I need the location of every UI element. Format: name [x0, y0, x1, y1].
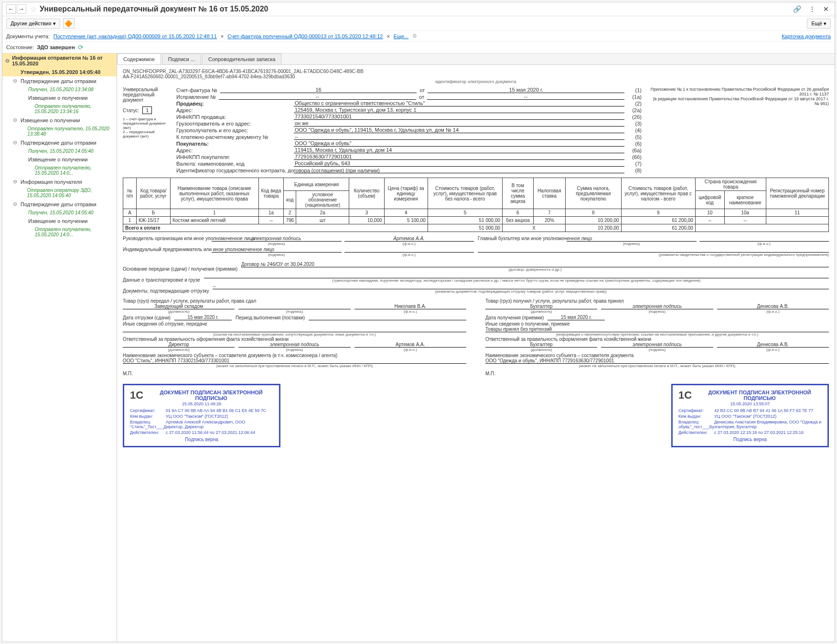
tree-item[interactable]: Извещение о получении	[2, 217, 117, 225]
tree-item[interactable]: Отправлен получателю, 15.05.2020 13:38:4…	[2, 125, 117, 138]
tree-item[interactable]: Отправлен получателю, 15.05.2020 13:34:1…	[2, 102, 117, 116]
doc-id-label: идентификатор электронного документа	[123, 79, 829, 84]
doc-id-line-2: AA-F241A5260682-00001_20200515_83bb9ef7-…	[123, 74, 829, 79]
tab-note[interactable]: Сопроводительная записка	[202, 53, 281, 64]
tree-item[interactable]: ⊖Информация получателя	[2, 177, 117, 186]
tree-item[interactable]: Извещение о получении	[2, 155, 117, 164]
tree-item[interactable]: ⊖Информация отправителя № 16 от 15.05.20…	[2, 53, 117, 68]
tree-item[interactable]: ⊖Подтверждение даты отправки	[2, 200, 117, 209]
status-box: 1	[142, 106, 152, 114]
window-title: Универсальный передаточный документ № 16…	[40, 5, 791, 13]
other-actions-button[interactable]: Другие действия ▾	[6, 19, 60, 29]
more-button[interactable]: Ещё ▾	[807, 19, 831, 29]
documents-label: Документы учета:	[6, 33, 50, 39]
main-table: № п/п Код товара/ работ, услуг Наименова…	[123, 178, 829, 232]
favorite-star-icon[interactable]: ☆	[30, 5, 37, 14]
1c-logo-icon: 1C	[678, 389, 692, 401]
nav-forward-button[interactable]: →	[17, 4, 26, 14]
gear-icon[interactable]: ⚙	[412, 33, 417, 39]
tab-signatures[interactable]: Подписи ...	[162, 53, 201, 64]
menu-dots-icon[interactable]: ⋮	[807, 4, 817, 14]
tree-item[interactable]: Получен, 15.05.2020 14:05:40	[2, 147, 117, 155]
close-icon[interactable]: ✕	[821, 4, 831, 14]
1c-logo-icon: 1C	[130, 389, 143, 401]
table-totals-row: Всего к оплате 51 000,00 X 10 200,00 61 …	[123, 224, 829, 232]
refresh-icon[interactable]: ⟳	[78, 43, 84, 51]
link-icon[interactable]: 🔗	[791, 4, 803, 14]
tree-item[interactable]: Отправлен получателю, 15.05.2020 14:0...	[2, 225, 117, 239]
header-left: Универсальный передаточный документ Стат…	[123, 87, 171, 174]
header-fields: Счет-фактура № 16 от 15 мая 2020 г. (1) …	[176, 87, 642, 174]
signature-stamp-right: 1C ДОКУМЕНТ ПОДПИСАН ЭЛЕКТРОННОЙ ПОДПИСЬ…	[671, 384, 829, 447]
tree-item[interactable]: ⊖Извещение о получении	[2, 116, 117, 125]
table-row: 1 КЖ-15/17 Костюм женский летний -- 796 …	[123, 217, 829, 224]
titlebar: ← → ☆ Универсальный передаточный докумен…	[2, 2, 835, 16]
tree-item[interactable]: ⊖Подтверждение даты отправки	[2, 76, 117, 85]
tree-item[interactable]: Получен, 15.05.2020 13:34:08	[2, 85, 117, 94]
tree-item[interactable]: Отправлен получателю, 15.05.2020 14:0...	[2, 164, 117, 177]
content-tabs: Содержимое Подписи ... Сопроводительная …	[117, 53, 835, 65]
nav-back-button[interactable]: ←	[6, 4, 16, 14]
toolbar: Другие действия ▾ 🔶 Ещё ▾	[2, 16, 835, 31]
doc-link-more[interactable]: Еще...	[394, 33, 409, 39]
tree-item[interactable]: ⊖Подтверждение даты отправки	[2, 138, 117, 147]
header-annex: Приложение № 1 к постановлению Правитель…	[647, 87, 829, 174]
tree-item[interactable]: Утвержден, 15.05.2020 14:05:40	[2, 68, 117, 76]
doc-link-1[interactable]: Поступление (акт, накладная) ОД00-000009…	[54, 33, 217, 39]
card-link[interactable]: Карточка документа	[782, 33, 831, 39]
structure-icon-button[interactable]: 🔶	[63, 18, 75, 29]
tree-item[interactable]: Получен, 15.05.2020 14:05:40	[2, 209, 117, 217]
tree-item[interactable]: Отправлен оператору ЭДО, 15.05.2020 14:0…	[2, 186, 117, 200]
tree-item[interactable]: Извещение о получении	[2, 94, 117, 102]
tab-content[interactable]: Содержимое	[117, 53, 161, 64]
doc-id-line-1: ON_NSCHFDOPPR_2AL-A7303297-E6CA-4BD6-A73…	[123, 69, 829, 74]
state-row: Состояние: ЭДО завершен ⟳	[2, 42, 835, 53]
doc-link-2[interactable]: Счет-фактура полученный ОД00-000013 от 1…	[227, 33, 383, 39]
documents-row: Документы учета: Поступление (акт, накла…	[2, 31, 835, 42]
state-value: ЭДО завершен	[37, 44, 75, 50]
signature-stamp-left: 1C ДОКУМЕНТ ПОДПИСАН ЭЛЕКТРОННОЙ ПОДПИСЬ…	[123, 384, 280, 447]
sidebar: ⊖Информация отправителя № 16 от 15.05.20…	[2, 53, 117, 642]
